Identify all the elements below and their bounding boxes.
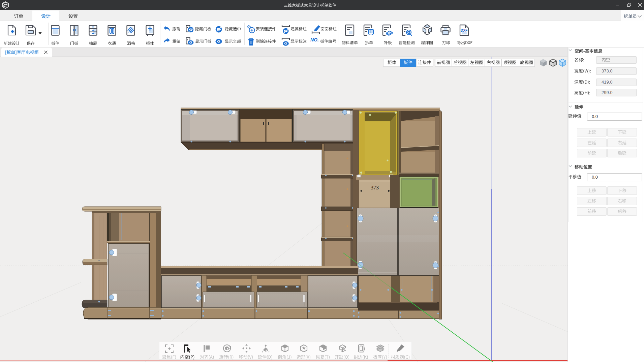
svg-text:373: 373 [371, 185, 379, 190]
svg-text:DXF: DXF [461, 29, 467, 32]
